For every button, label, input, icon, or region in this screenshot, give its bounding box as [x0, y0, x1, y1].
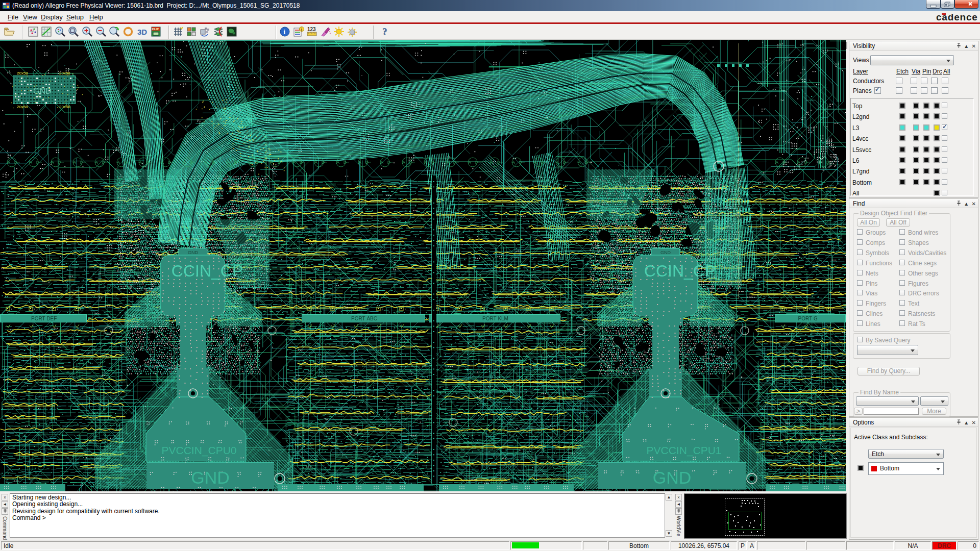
svg-text:FLIP: FLIP — [152, 28, 159, 31]
svg-text:i: i — [284, 28, 286, 36]
svg-text:123: 123 — [307, 27, 316, 32]
svg-text:?: ? — [382, 27, 387, 37]
svg-text:3D: 3D — [137, 28, 147, 36]
